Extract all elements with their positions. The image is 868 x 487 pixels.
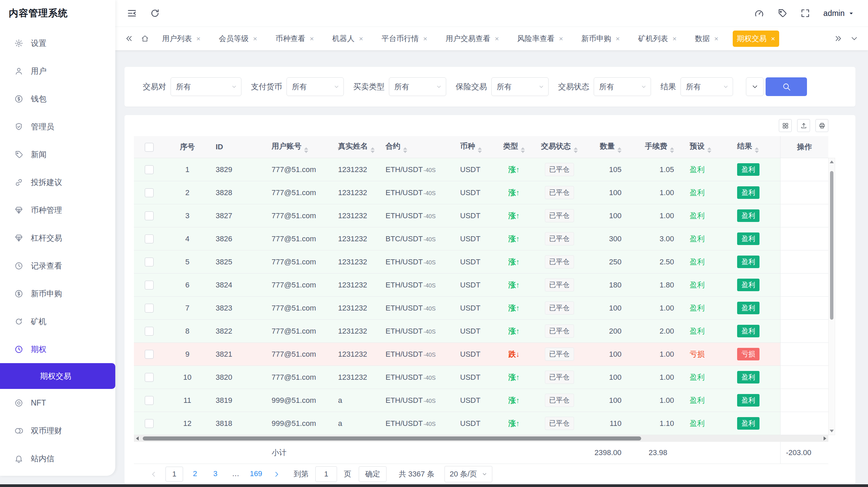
sidebar-item[interactable]: 管理员 bbox=[0, 113, 115, 141]
tabs-scroll-left-icon[interactable] bbox=[125, 34, 133, 43]
gauge-icon[interactable] bbox=[754, 8, 764, 18]
collapse-filters-button[interactable] bbox=[746, 77, 764, 96]
column-header-contract[interactable]: 合约 bbox=[380, 136, 455, 158]
filter-select[interactable]: 所有 bbox=[680, 77, 733, 96]
scroll-up-icon[interactable] bbox=[829, 159, 835, 165]
tag-icon[interactable] bbox=[777, 8, 787, 18]
prev-page-button[interactable] bbox=[145, 467, 162, 481]
sidebar-item[interactable]: 新闻 bbox=[0, 141, 115, 168]
column-header-qty[interactable]: 数量 bbox=[584, 136, 632, 158]
tab-item[interactable]: 数据× bbox=[691, 31, 722, 47]
menu-fold-icon[interactable] bbox=[127, 8, 137, 18]
cell-id: 3826 bbox=[210, 227, 266, 250]
sidebar-item[interactable]: 币种管理 bbox=[0, 196, 115, 224]
column-header-type[interactable]: 类型 bbox=[494, 136, 534, 158]
table-vertical-scrollbar[interactable] bbox=[828, 158, 835, 435]
tab-close-icon[interactable]: × bbox=[672, 35, 676, 42]
sidebar-item[interactable]: 杠杆交易 bbox=[0, 224, 115, 252]
filter-select[interactable]: 所有 bbox=[171, 77, 241, 96]
page-button[interactable]: 1 bbox=[165, 467, 183, 482]
row-checkbox[interactable] bbox=[145, 165, 154, 174]
select-all-checkbox[interactable] bbox=[145, 143, 154, 152]
tab-close-icon[interactable]: × bbox=[616, 35, 620, 42]
row-checkbox[interactable] bbox=[145, 396, 154, 405]
vertical-scrollbar-thumb[interactable] bbox=[830, 171, 833, 320]
column-header-preset[interactable]: 预设 bbox=[684, 136, 732, 158]
column-header-coin[interactable]: 币种 bbox=[455, 136, 494, 158]
tab-close-icon[interactable]: × bbox=[423, 35, 427, 42]
columns-button[interactable] bbox=[779, 119, 792, 132]
jump-page-input[interactable] bbox=[315, 466, 337, 482]
row-checkbox[interactable] bbox=[145, 373, 154, 382]
search-button[interactable] bbox=[766, 77, 807, 96]
sidebar-item[interactable]: 矿机 bbox=[0, 307, 115, 335]
row-checkbox[interactable] bbox=[145, 304, 154, 313]
tab-close-icon[interactable]: × bbox=[771, 35, 775, 42]
tabs-menu-icon[interactable] bbox=[850, 34, 859, 43]
tab-close-icon[interactable]: × bbox=[196, 35, 200, 42]
row-checkbox[interactable] bbox=[145, 327, 154, 336]
column-header-result[interactable]: 结果 bbox=[732, 136, 780, 158]
tab-close-icon[interactable]: × bbox=[559, 35, 563, 42]
row-checkbox[interactable] bbox=[145, 281, 154, 289]
scroll-left-icon[interactable] bbox=[135, 436, 140, 441]
tab-item[interactable]: 平台币行情× bbox=[377, 31, 431, 47]
next-page-button[interactable] bbox=[268, 467, 285, 481]
page-button[interactable]: 3 bbox=[207, 467, 224, 481]
sidebar-item[interactable]: 双币理财 bbox=[0, 417, 115, 445]
tab-item[interactable]: 机器人× bbox=[328, 31, 367, 47]
tabs-scroll-right-icon[interactable] bbox=[834, 34, 843, 43]
page-button[interactable]: 169 bbox=[248, 467, 264, 481]
row-checkbox[interactable] bbox=[145, 188, 154, 197]
filter-select[interactable]: 所有 bbox=[287, 77, 344, 96]
tab-item[interactable]: 期权交易× bbox=[733, 31, 779, 47]
tab-close-icon[interactable]: × bbox=[253, 35, 257, 42]
column-header-account[interactable]: 用户账号 bbox=[266, 136, 333, 158]
sidebar-subitem[interactable]: 期权交易 bbox=[0, 363, 115, 389]
tab-close-icon[interactable]: × bbox=[359, 35, 363, 42]
column-header-status[interactable]: 交易状态 bbox=[534, 136, 584, 158]
sidebar-item[interactable]: 站内信 bbox=[0, 445, 115, 472]
page-size-select[interactable]: 20 条/页 bbox=[445, 466, 492, 482]
column-header-name[interactable]: 真实姓名 bbox=[333, 136, 380, 158]
row-checkbox[interactable] bbox=[145, 258, 154, 266]
sidebar-item[interactable]: 投拆建议 bbox=[0, 168, 115, 196]
export-button[interactable] bbox=[797, 119, 810, 132]
tab-close-icon[interactable]: × bbox=[495, 35, 499, 42]
row-checkbox[interactable] bbox=[145, 211, 154, 220]
tab-item[interactable]: 币种查看× bbox=[272, 31, 318, 47]
row-checkbox[interactable] bbox=[145, 350, 154, 359]
scroll-down-icon[interactable] bbox=[829, 428, 835, 434]
tab-item[interactable]: 新币申购× bbox=[577, 31, 624, 47]
tab-close-icon[interactable]: × bbox=[714, 35, 718, 42]
sidebar-item[interactable]: NFT bbox=[0, 389, 115, 417]
column-header-fee[interactable]: 手续费 bbox=[632, 136, 684, 158]
sidebar-item[interactable]: 新币申购 bbox=[0, 280, 115, 307]
row-checkbox[interactable] bbox=[145, 235, 154, 243]
horizontal-scrollbar-thumb[interactable] bbox=[143, 436, 641, 441]
tab-item[interactable]: 用户列表× bbox=[158, 31, 204, 47]
confirm-button[interactable]: 确定 bbox=[359, 466, 387, 482]
tab-close-icon[interactable]: × bbox=[310, 35, 314, 42]
sidebar-item[interactable]: 设置 bbox=[0, 29, 115, 57]
print-button[interactable] bbox=[815, 119, 828, 132]
fullscreen-icon[interactable] bbox=[800, 8, 810, 18]
sidebar-item[interactable]: 用户 bbox=[0, 57, 115, 85]
tab-item[interactable]: 用户交易查看× bbox=[441, 31, 503, 47]
filter-select[interactable]: 所有 bbox=[594, 77, 651, 96]
scroll-right-icon[interactable] bbox=[822, 436, 828, 441]
tab-item[interactable]: 会员等级× bbox=[215, 31, 261, 47]
home-tab-icon[interactable] bbox=[141, 34, 149, 43]
row-checkbox[interactable] bbox=[145, 419, 154, 428]
refresh-icon[interactable] bbox=[150, 8, 160, 18]
table-horizontal-scrollbar[interactable] bbox=[134, 435, 828, 442]
page-button[interactable]: 2 bbox=[186, 467, 203, 481]
user-menu[interactable]: admin bbox=[823, 9, 854, 18]
tab-item[interactable]: 矿机列表× bbox=[634, 31, 680, 47]
filter-select[interactable]: 所有 bbox=[491, 77, 549, 96]
sidebar-item[interactable]: 期权 bbox=[0, 335, 115, 363]
sidebar-item[interactable]: 记录查看 bbox=[0, 252, 115, 280]
filter-select[interactable]: 所有 bbox=[389, 77, 446, 96]
sidebar-item[interactable]: 钱包 bbox=[0, 85, 115, 113]
tab-item[interactable]: 风险率查看× bbox=[513, 31, 567, 47]
